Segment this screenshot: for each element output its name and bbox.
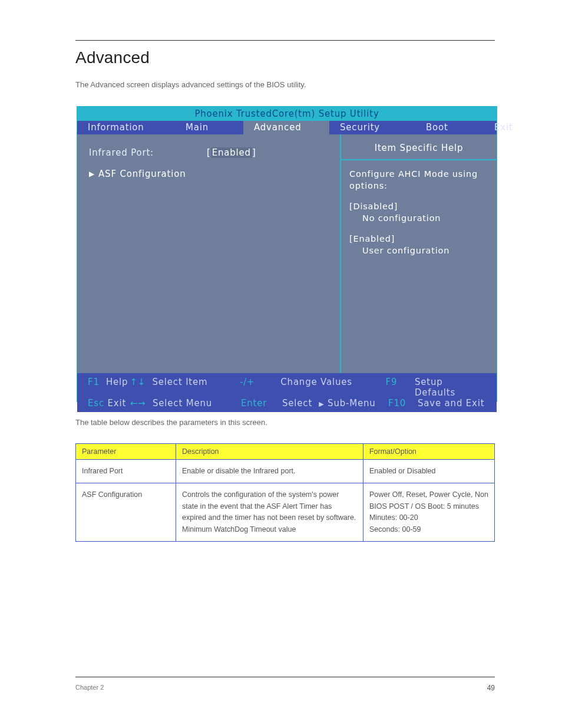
tab-exit[interactable]: Exit <box>484 121 552 134</box>
help-title: Item Specific Help <box>341 134 497 160</box>
cell-fmt: Enabled or Disabled <box>363 460 494 483</box>
option-value[interactable]: [Enabled] <box>207 147 256 158</box>
table-intro: The table below describes the parameters… <box>75 417 495 428</box>
key-esc: Esc <box>88 398 104 409</box>
cell-fmt: Power Off, Reset, Power Cycle, Non BIOS … <box>363 483 494 542</box>
page-title: Advanced <box>75 48 150 67</box>
intro-text: The Advanced screen displays advanced se… <box>75 80 495 90</box>
bios-screenshot: Phoenix TrustedCore(tm) Setup Utility In… <box>77 106 497 402</box>
tab-main[interactable]: Main <box>175 121 243 134</box>
key-plus-minus: -/+ <box>240 377 254 387</box>
submenu-marker-icon: ▶ <box>319 400 324 408</box>
option-infrared-port[interactable]: Infrared Port: [Enabled] <box>89 147 328 158</box>
footer-page-number: 49 <box>487 684 495 692</box>
submenu-marker-icon: ▶ <box>89 170 95 178</box>
arrows-left-right-icon: ←→ <box>130 398 146 409</box>
tab-security[interactable]: Security <box>329 121 415 134</box>
bios-tabstrip: Information Main Advanced Security Boot … <box>77 121 497 134</box>
tab-information[interactable]: Information <box>77 121 175 134</box>
tab-boot[interactable]: Boot <box>415 121 484 134</box>
cell-desc: Enable or disable the Infrared port. <box>176 460 363 483</box>
bios-footer-hints: F1 Help ↑↓ Select Item -/+ Change Values… <box>77 373 497 412</box>
submenu-label: ASF Configuration <box>98 169 186 179</box>
key-f1: F1 <box>88 377 100 387</box>
tab-advanced[interactable]: Advanced <box>243 121 329 134</box>
top-rule <box>75 40 495 41</box>
key-enter: Enter <box>241 398 267 409</box>
bottom-rule <box>75 677 495 677</box>
option-label: Infrared Port: <box>89 147 207 158</box>
parameter-table: Parameter Description Format/Option Infr… <box>75 443 495 542</box>
footer-chapter: Chapter 2 <box>75 684 104 691</box>
key-f10: F10 <box>388 398 406 409</box>
help-disabled: [Disabled] No configuration <box>349 201 488 224</box>
col-header-parameter: Parameter <box>76 444 176 460</box>
help-line: Configure AHCI Mode using options: <box>349 169 488 192</box>
cell-param: ASF Configuration <box>76 483 176 542</box>
key-f9: F9 <box>385 377 397 387</box>
help-enabled: [Enabled] User configuration <box>349 233 488 256</box>
col-header-format: Format/Option <box>363 444 494 460</box>
bios-title-bar: Phoenix TrustedCore(tm) Setup Utility <box>77 107 497 121</box>
cell-desc: Controls the configuration of the system… <box>176 483 363 542</box>
cell-param: Infrared Port <box>76 460 176 483</box>
arrows-up-down-icon: ↑↓ <box>130 377 146 387</box>
submenu-asf-configuration[interactable]: ▶ ASF Configuration <box>89 169 328 179</box>
bios-help-pane: Item Specific Help Configure AHCI Mode u… <box>340 134 497 373</box>
bios-content-pane: Infrared Port: [Enabled] ▶ ASF Configura… <box>77 134 340 373</box>
col-header-description: Description <box>176 444 363 460</box>
table-row: Infrared Port Enable or disable the Infr… <box>76 460 495 483</box>
table-row: ASF Configuration Controls the configura… <box>76 483 495 542</box>
